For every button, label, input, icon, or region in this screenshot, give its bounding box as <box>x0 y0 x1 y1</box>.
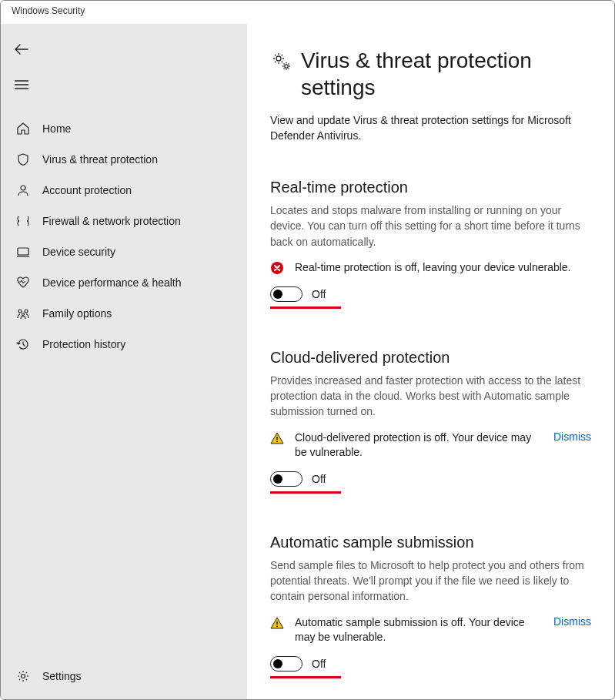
sidebar-item-label: Device performance & health <box>42 276 182 289</box>
sidebar-item-history[interactable]: Protection history <box>1 329 247 360</box>
svg-point-3 <box>21 186 25 190</box>
heart-health-icon <box>15 276 32 290</box>
svg-rect-6 <box>18 248 28 255</box>
sidebar-item-account[interactable]: Account protection <box>1 175 247 206</box>
alert-row: Automatic sample submission is off. Your… <box>270 615 591 645</box>
firewall-icon <box>15 214 32 228</box>
back-button[interactable] <box>15 35 44 64</box>
sidebar-item-label: Protection history <box>42 338 125 350</box>
toggle-state-label: Off <box>312 473 326 485</box>
sidebar-item-firewall[interactable]: Firewall & network protection <box>1 206 247 236</box>
section-realtime: Real-time protection Locates and stops m… <box>270 179 591 308</box>
alert-row: Real-time protection is off, leaving you… <box>270 260 591 276</box>
highlight-mark <box>270 306 341 309</box>
page-description: View and update Virus & threat protectio… <box>270 113 591 143</box>
nav-list: Home Virus & threat protection Account p… <box>1 113 247 661</box>
account-icon <box>15 183 32 197</box>
svg-point-12 <box>276 56 281 61</box>
device-security-icon <box>15 245 32 259</box>
dismiss-link[interactable]: Dismiss <box>553 430 591 443</box>
sidebar-item-home[interactable]: Home <box>1 113 247 144</box>
section-title: Cloud-delivered protection <box>270 349 591 367</box>
warning-icon <box>270 616 287 630</box>
dismiss-link[interactable]: Dismiss <box>553 615 591 628</box>
section-description: Locates and stops malware from installin… <box>270 203 591 250</box>
toggle-state-label: Off <box>312 658 326 670</box>
history-icon <box>15 337 32 351</box>
sidebar-item-label: Account protection <box>42 184 132 196</box>
alert-row: Cloud-delivered protection is off. Your … <box>270 430 591 461</box>
back-arrow-icon <box>15 44 28 55</box>
toggle-state-label: Off <box>312 288 326 300</box>
sidebar-item-virus-threat[interactable]: Virus & threat protection <box>1 144 247 175</box>
sidebar-item-label: Virus & threat protection <box>42 153 158 166</box>
svg-point-13 <box>285 65 288 68</box>
main-content: Virus & threat protection settings View … <box>247 24 614 699</box>
settings-gears-icon <box>270 47 293 73</box>
sidebar: Home Virus & threat protection Account p… <box>1 24 247 699</box>
hamburger-icon <box>15 79 28 90</box>
sidebar-item-label: Family options <box>42 307 112 320</box>
window-title: Windows Security <box>1 1 614 24</box>
section-description: Provides increased and faster protection… <box>270 373 591 420</box>
section-sample: Automatic sample submission Send sample … <box>270 534 591 678</box>
sidebar-item-family[interactable]: Family options <box>1 298 247 329</box>
section-title: Automatic sample submission <box>270 534 591 551</box>
sidebar-item-label: Home <box>42 122 71 135</box>
sidebar-item-device-security[interactable]: Device security <box>1 236 247 267</box>
sidebar-item-label: Firewall & network protection <box>42 215 181 227</box>
sidebar-item-performance[interactable]: Device performance & health <box>1 267 247 298</box>
gear-icon <box>15 669 32 683</box>
error-icon <box>270 261 287 275</box>
page-title: Virus & threat protection settings <box>301 47 591 101</box>
svg-point-10 <box>22 313 25 316</box>
svg-point-18 <box>276 625 278 627</box>
sample-toggle[interactable] <box>270 656 302 672</box>
section-description: Send sample files to Microsoft to help p… <box>270 558 591 605</box>
svg-point-8 <box>18 310 22 313</box>
cloud-toggle[interactable] <box>270 471 302 487</box>
alert-text: Real-time protection is off, leaving you… <box>295 260 591 276</box>
alert-text: Automatic sample submission is off. Your… <box>295 615 546 645</box>
svg-point-11 <box>22 675 25 678</box>
home-icon <box>15 122 32 136</box>
svg-point-16 <box>276 440 278 442</box>
warning-icon <box>270 431 287 445</box>
section-cloud: Cloud-delivered protection Provides incr… <box>270 349 591 494</box>
sidebar-item-label: Device security <box>42 246 115 258</box>
sidebar-item-settings[interactable]: Settings <box>1 661 247 692</box>
highlight-mark <box>270 491 341 494</box>
highlight-mark <box>270 676 341 678</box>
menu-button[interactable] <box>15 70 44 99</box>
realtime-toggle[interactable] <box>270 286 302 302</box>
svg-point-9 <box>25 310 28 313</box>
shield-icon <box>15 152 32 166</box>
sidebar-item-label: Settings <box>42 670 82 682</box>
alert-text: Cloud-delivered protection is off. Your … <box>295 430 546 461</box>
section-title: Real-time protection <box>270 179 591 196</box>
family-icon <box>15 306 32 320</box>
